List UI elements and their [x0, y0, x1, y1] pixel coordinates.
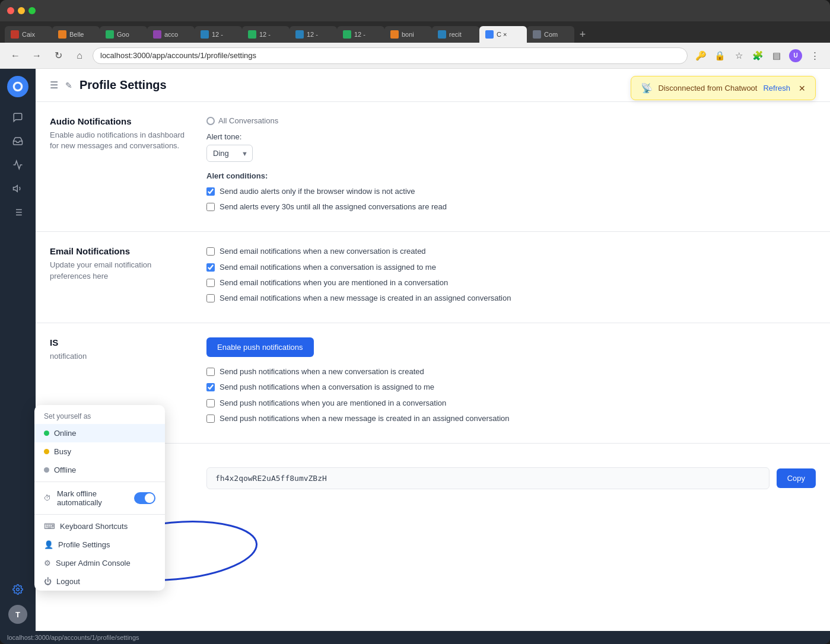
tab-com[interactable]: Com: [527, 26, 574, 43]
menu-icon[interactable]: ⋮: [806, 47, 823, 64]
tab-boni[interactable]: boni: [384, 26, 432, 43]
push-checkbox-input-4[interactable]: [206, 415, 215, 423]
star-icon[interactable]: ☆: [730, 47, 747, 64]
offline-status-dot: [44, 467, 49, 473]
home-button[interactable]: ⌂: [71, 47, 88, 64]
dropdown-item-online[interactable]: Online: [34, 424, 165, 442]
admin-icon: ⚙: [44, 559, 51, 568]
email-section-subtitle: Update your email notification preferenc…: [50, 260, 192, 281]
tab-label: Goo: [117, 31, 129, 38]
dropdown-divider-1: [34, 482, 165, 482]
tab-acco[interactable]: acco: [147, 26, 195, 43]
svg-marker-2: [14, 186, 18, 192]
tab-goo[interactable]: Goo: [100, 26, 147, 43]
tab-favicon: [11, 30, 19, 39]
extension-icon[interactable]: 🧩: [749, 47, 766, 64]
tab-caix[interactable]: Caix: [5, 26, 52, 43]
push-checkbox-4: Send push notifications when a new messa…: [206, 413, 816, 424]
push-checkbox-input-2[interactable]: [206, 383, 215, 391]
maximize-button[interactable]: [28, 7, 36, 14]
dropdown-item-super-admin[interactable]: ⚙ Super Admin Console: [34, 554, 165, 572]
email-checkbox-input-2[interactable]: [206, 263, 215, 272]
push-checkbox-label-3: Send push notifications when you are men…: [220, 398, 446, 409]
audio-checkbox-input-1[interactable]: [206, 187, 215, 196]
tab-favicon: [295, 30, 304, 39]
audio-checkbox-1: Send audio alerts only if the browser wi…: [206, 186, 816, 197]
sidebar-toggle[interactable]: ▤: [768, 47, 785, 64]
email-checkbox-input-4[interactable]: [206, 294, 215, 302]
hamburger-icon[interactable]: ☰: [50, 79, 58, 91]
tab-active[interactable]: C ×: [479, 26, 527, 43]
push-checkbox-input-1[interactable]: [206, 368, 215, 376]
tab-recit[interactable]: recit: [432, 26, 479, 43]
keyboard-icon: ⌨: [44, 522, 55, 531]
user-avatar[interactable]: T: [8, 605, 27, 624]
minimize-button[interactable]: [18, 7, 25, 14]
tab-favicon: [485, 30, 494, 39]
push-checkbox-2: Send push notifications when a conversat…: [206, 382, 816, 393]
all-conversations-label: All Conversations: [218, 116, 278, 125]
mark-offline-toggle[interactable]: [134, 492, 155, 504]
tab-label: acco: [164, 31, 178, 38]
back-button[interactable]: ←: [7, 47, 24, 64]
refresh-link[interactable]: Refresh: [763, 84, 790, 93]
key-icon[interactable]: 🔑: [692, 47, 709, 64]
sidebar-item-reports[interactable]: [7, 154, 28, 176]
dropdown-item-offline[interactable]: Offline: [34, 461, 165, 479]
tab-12b[interactable]: 12 -: [242, 26, 290, 43]
mark-offline-toggle-row: ⏱ Mark offline automatically: [34, 484, 165, 512]
tab-12d[interactable]: 12 -: [337, 26, 384, 43]
tab-belle[interactable]: Belle: [52, 26, 100, 43]
audio-section-content: All Conversations Alert tone: Ding Chime…: [206, 116, 816, 217]
sidebar-item-contacts[interactable]: [7, 202, 28, 223]
email-section-content: Send email notifications when a new conv…: [206, 246, 816, 308]
keyboard-shortcuts-label: Keyboard Shortcuts: [60, 522, 128, 531]
dropdown-item-busy[interactable]: Busy: [34, 442, 165, 461]
profile-icon[interactable]: U: [787, 47, 804, 64]
close-button[interactable]: [7, 7, 14, 14]
token-row: Copy: [206, 467, 816, 489]
email-section-desc: Email Notifications Update your email no…: [50, 246, 192, 308]
lock-icon[interactable]: 🔒: [711, 47, 728, 64]
edit-icon[interactable]: ✎: [65, 81, 72, 90]
dropdown-item-profile-settings[interactable]: 👤 Profile Settings: [34, 535, 165, 554]
sidebar-item-inbox[interactable]: [7, 130, 28, 152]
copy-button[interactable]: Copy: [777, 468, 816, 488]
email-checkbox-input-3[interactable]: [206, 279, 215, 287]
offline-label: Offline: [54, 466, 76, 474]
status-bar: localhost:3000/app/accounts/1/profile/se…: [0, 631, 830, 644]
audio-section-title: Audio Notifications: [50, 116, 192, 126]
wifi-off-icon: 📡: [641, 82, 653, 94]
sidebar-item-settings[interactable]: [7, 579, 28, 600]
enable-push-notifications-button[interactable]: Enable push notifications: [206, 337, 314, 357]
dropdown-item-logout[interactable]: ⏻ Logout: [34, 572, 165, 591]
reload-button[interactable]: ↻: [50, 47, 66, 64]
email-checkbox-label-2: Send email notifications when a conversa…: [220, 262, 436, 273]
tab-label: boni: [402, 31, 414, 38]
token-input[interactable]: [206, 467, 769, 489]
banner-message: Disconnected from Chatwoot: [659, 84, 758, 93]
banner-close-button[interactable]: ✕: [799, 84, 806, 93]
sidebar: T: [0, 69, 36, 631]
email-checkbox-input-1[interactable]: [206, 247, 215, 256]
super-admin-label: Super Admin Console: [56, 559, 131, 568]
tab-favicon: [106, 30, 114, 39]
email-checkbox-3: Send email notifications when you are me…: [206, 278, 816, 288]
svg-point-9: [17, 588, 20, 591]
new-tab-button[interactable]: +: [574, 26, 591, 43]
audio-checkbox-input-2[interactable]: [206, 203, 215, 211]
tab-12a[interactable]: 12 -: [195, 26, 242, 43]
push-checkbox-input-3[interactable]: [206, 399, 215, 407]
logout-label: Logout: [56, 577, 80, 586]
forward-button[interactable]: →: [28, 47, 45, 64]
dropdown-item-keyboard-shortcuts[interactable]: ⌨ Keyboard Shortcuts: [34, 517, 165, 535]
sidebar-item-conversations[interactable]: [7, 107, 28, 128]
tab-12c[interactable]: 12 -: [290, 26, 337, 43]
alert-tone-select[interactable]: Ding Chime Bell None: [206, 145, 253, 162]
app-logo[interactable]: [7, 76, 28, 97]
address-bar[interactable]: localhost:3000/app/accounts/1/profile/se…: [93, 47, 688, 64]
tab-favicon: [248, 30, 256, 39]
all-conversations-radio[interactable]: [206, 117, 215, 125]
sidebar-item-campaigns[interactable]: [7, 178, 28, 199]
clock-icon: ⏱: [44, 494, 51, 502]
